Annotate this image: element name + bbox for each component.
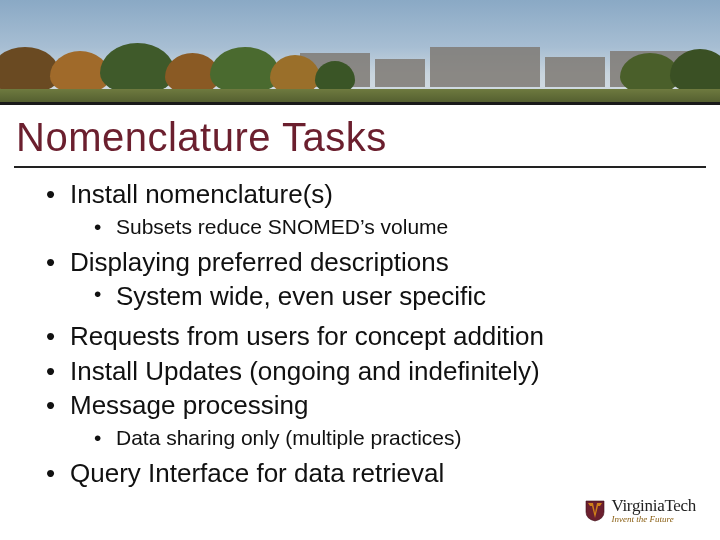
- tree: [210, 47, 280, 93]
- banner-trees: [0, 51, 720, 93]
- bullet-text: Query Interface for data retrieval: [70, 458, 444, 488]
- slide: Nomenclature Tasks Install nomenclature(…: [0, 0, 720, 540]
- slide-title: Nomenclature Tasks: [16, 115, 720, 160]
- bullet-text: Requests from users for concept addition: [70, 321, 544, 351]
- content-area: Install nomenclature(s) Subsets reduce S…: [40, 178, 680, 489]
- bullet-item: Displaying preferred descriptions System…: [40, 246, 680, 314]
- bullet-text: Message processing: [70, 390, 308, 420]
- bullet-item: Requests from users for concept addition: [40, 320, 680, 353]
- bullet-item: Message processing Data sharing only (mu…: [40, 389, 680, 451]
- sub-bullet-list: Subsets reduce SNOMED’s volume: [70, 213, 680, 240]
- bullet-item: Install nomenclature(s) Subsets reduce S…: [40, 178, 680, 240]
- sub-bullet-item: System wide, even user specific: [88, 280, 680, 314]
- sub-bullet-item: Data sharing only (multiple practices): [88, 424, 680, 451]
- vt-shield-icon: [585, 500, 605, 522]
- bullet-list: Install nomenclature(s) Subsets reduce S…: [40, 178, 680, 489]
- bullet-text: Displaying preferred descriptions: [70, 247, 449, 277]
- bullet-item: Install Updates (ongoing and indefinitel…: [40, 355, 680, 388]
- bullet-text: Install nomenclature(s): [70, 179, 333, 209]
- vt-tagline: Invent the Future: [611, 515, 696, 524]
- tree: [270, 55, 320, 93]
- bullet-text: Install Updates (ongoing and indefinitel…: [70, 356, 540, 386]
- sub-bullet-list: Data sharing only (multiple practices): [70, 424, 680, 451]
- sub-bullet-text: Subsets reduce SNOMED’s volume: [116, 215, 448, 238]
- bullet-item: Query Interface for data retrieval: [40, 457, 680, 490]
- virginia-tech-logo: VirginiaTech Invent the Future: [585, 497, 696, 524]
- header-photo-banner: [0, 0, 720, 105]
- tree: [670, 49, 720, 93]
- sub-bullet-text: Data sharing only (multiple practices): [116, 426, 461, 449]
- vt-name: VirginiaTech: [611, 497, 696, 514]
- sub-bullet-text: System wide, even user specific: [116, 281, 486, 311]
- sub-bullet-item: Subsets reduce SNOMED’s volume: [88, 213, 680, 240]
- title-underline: [14, 166, 706, 168]
- tree: [100, 43, 175, 93]
- banner-bottom-rule: [0, 102, 720, 105]
- vt-logo-text: VirginiaTech Invent the Future: [611, 497, 696, 524]
- sub-bullet-list: System wide, even user specific: [70, 280, 680, 314]
